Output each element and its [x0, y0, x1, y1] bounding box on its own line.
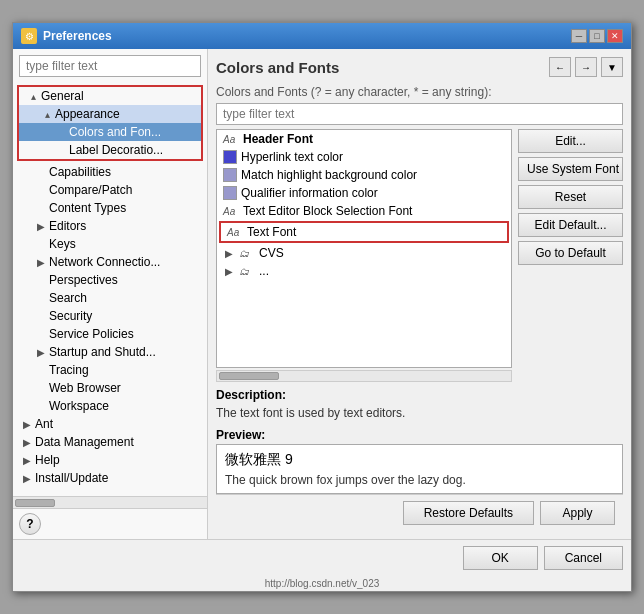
tree-item-security[interactable]: Security: [13, 307, 207, 325]
help-button[interactable]: ?: [19, 513, 41, 535]
font-icon-more: 🗂: [239, 266, 255, 277]
forward-button[interactable]: →: [575, 57, 597, 77]
tree-item-startup[interactable]: ▶ Startup and Shutd...: [13, 343, 207, 361]
preview-area: Preview: 微软雅黑 9 The quick brown fox jump…: [216, 428, 623, 494]
tree-item-appearance[interactable]: ▴ Appearance: [19, 105, 201, 123]
font-icon-header: Aa: [223, 134, 239, 145]
tree-label-appearance: Appearance: [55, 107, 120, 121]
font-label-more: ...: [259, 264, 269, 278]
tree-item-service-policies[interactable]: Service Policies: [13, 325, 207, 343]
tree-item-content-types[interactable]: Content Types: [13, 199, 207, 217]
tree-label-general: General: [41, 89, 84, 103]
nav-dropdown-button[interactable]: ▼: [601, 57, 623, 77]
panel-title: Colors and Fonts: [216, 59, 339, 76]
font-item-match-highlight[interactable]: Match highlight background color: [217, 166, 511, 184]
font-item-qualifier[interactable]: Qualifier information color: [217, 184, 511, 202]
reset-button[interactable]: Reset: [518, 185, 623, 209]
font-label-text: Text Font: [247, 225, 296, 239]
font-item-cvs[interactable]: ▶ 🗂 CVS: [217, 244, 511, 262]
font-item-text-font[interactable]: Aa Text Font: [219, 221, 509, 243]
tree-toggle-cvs: ▶: [223, 248, 235, 259]
tree-item-install-update[interactable]: ▶ Install/Update: [13, 469, 207, 487]
tree-item-data-management[interactable]: ▶ Data Management: [13, 433, 207, 451]
tree-label-workspace: Workspace: [49, 399, 109, 413]
tree-label-compare: Compare/Patch: [49, 183, 132, 197]
panel-nav: ← → ▼: [549, 57, 623, 77]
tree-item-tracing[interactable]: Tracing: [13, 361, 207, 379]
back-button[interactable]: ←: [549, 57, 571, 77]
cancel-button[interactable]: Cancel: [544, 546, 623, 570]
tree-label-perspectives: Perspectives: [49, 273, 118, 287]
tree-label-help: Help: [35, 453, 60, 467]
tree-toggle-general: ▴: [27, 91, 39, 102]
right-bottom-bar: Restore Defaults Apply: [216, 494, 623, 531]
tree-toggle-more: ▶: [223, 266, 235, 277]
tree-item-network[interactable]: ▶ Network Connectio...: [13, 253, 207, 271]
main-content: ▴ General ▴ Appearance Colors and Fon...…: [13, 49, 631, 539]
tree-item-general[interactable]: ▴ General: [19, 87, 201, 105]
preview-font-name: 微软雅黑 9: [225, 451, 614, 469]
tree-item-label-decorations[interactable]: Label Decoratio...: [19, 141, 201, 159]
font-label-text-editor: Text Editor Block Selection Font: [243, 204, 412, 218]
tree-item-perspectives[interactable]: Perspectives: [13, 271, 207, 289]
tree-item-editors[interactable]: ▶ Editors: [13, 217, 207, 235]
preview-label: Preview:: [216, 428, 623, 442]
tree-item-compare[interactable]: Compare/Patch: [13, 181, 207, 199]
right-filter-input[interactable]: [216, 103, 623, 125]
font-label-header: Header Font: [243, 132, 313, 146]
maximize-button[interactable]: □: [589, 29, 605, 43]
tree-item-search[interactable]: Search: [13, 289, 207, 307]
tree-label-install-update: Install/Update: [35, 471, 108, 485]
font-label-qualifier: Qualifier information color: [241, 186, 378, 200]
tree-item-ant[interactable]: ▶ Ant: [13, 415, 207, 433]
tree-container: ▴ General ▴ Appearance Colors and Fon...…: [13, 83, 207, 496]
window-controls: ─ □ ✕: [571, 29, 623, 43]
tree-item-web-browser[interactable]: Web Browser: [13, 379, 207, 397]
description-label: Description:: [216, 388, 623, 402]
action-buttons-panel: Edit... Use System Font Reset Edit Defau…: [518, 129, 623, 382]
tree-item-capabilities[interactable]: Capabilities: [13, 163, 207, 181]
fonts-list[interactable]: Aa Header Font Hyperlink text color Matc…: [216, 129, 512, 368]
ok-button[interactable]: OK: [463, 546, 538, 570]
tree-item-workspace[interactable]: Workspace: [13, 397, 207, 415]
edit-default-button[interactable]: Edit Default...: [518, 213, 623, 237]
apply-button[interactable]: Apply: [540, 501, 615, 525]
tree-item-help[interactable]: ▶ Help: [13, 451, 207, 469]
left-horizontal-scrollbar[interactable]: [13, 496, 207, 508]
font-item-more[interactable]: ▶ 🗂 ...: [217, 262, 511, 280]
restore-defaults-button[interactable]: Restore Defaults: [403, 501, 534, 525]
font-item-header-font[interactable]: Aa Header Font: [217, 130, 511, 148]
font-item-text-editor-block[interactable]: Aa Text Editor Block Selection Font: [217, 202, 511, 220]
left-filter-input[interactable]: [19, 55, 201, 77]
close-button[interactable]: ✕: [607, 29, 623, 43]
tree-label-content-types: Content Types: [49, 201, 126, 215]
list-horizontal-scrollbar[interactable]: [216, 370, 512, 382]
preview-box: 微软雅黑 9 The quick brown fox jumps over th…: [216, 444, 623, 494]
tree-label-security: Security: [49, 309, 92, 323]
font-item-hyperlink[interactable]: Hyperlink text color: [217, 148, 511, 166]
preview-sample: The quick brown fox jumps over the lazy …: [225, 473, 614, 487]
font-label-hyperlink: Hyperlink text color: [241, 150, 343, 164]
minimize-button[interactable]: ─: [571, 29, 587, 43]
description-text: The text font is used by text editors.: [216, 404, 623, 422]
tree-item-keys[interactable]: Keys: [13, 235, 207, 253]
tree-item-colors-fonts[interactable]: Colors and Fon...: [19, 123, 201, 141]
tree-label-ant: Ant: [35, 417, 53, 431]
tree-label-tracing: Tracing: [49, 363, 89, 377]
tree-label-keys: Keys: [49, 237, 76, 251]
font-label-cvs: CVS: [259, 246, 284, 260]
go-to-default-button[interactable]: Go to Default: [518, 241, 623, 265]
fonts-list-container: Aa Header Font Hyperlink text color Matc…: [216, 129, 512, 382]
preferences-window: ⚙ Preferences ─ □ ✕ ▴ General ▴: [12, 22, 632, 592]
left-panel: ▴ General ▴ Appearance Colors and Fon...…: [13, 49, 208, 539]
tree-label-service-policies: Service Policies: [49, 327, 134, 341]
color-box-match: [223, 168, 237, 182]
tree-toggle-label: [55, 145, 67, 156]
right-panel: Colors and Fonts ← → ▼ Colors and Fonts …: [208, 49, 631, 539]
use-system-font-button[interactable]: Use System Font: [518, 157, 623, 181]
color-box-hyperlink: [223, 150, 237, 164]
font-label-match: Match highlight background color: [241, 168, 417, 182]
tree-toggle-appearance: ▴: [41, 109, 53, 120]
content-area: Aa Header Font Hyperlink text color Matc…: [216, 129, 623, 382]
edit-button[interactable]: Edit...: [518, 129, 623, 153]
